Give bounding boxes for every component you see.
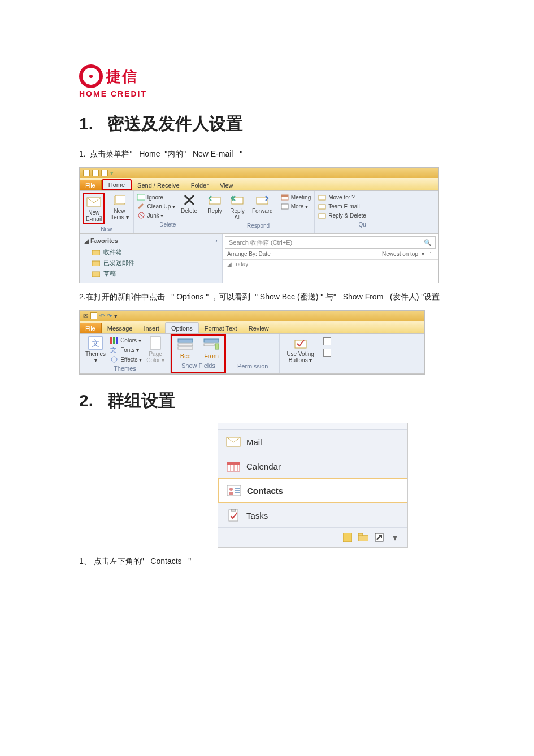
svg-rect-13 (319, 214, 325, 218)
svg-rect-9 (281, 195, 288, 197)
moveto-icon (318, 193, 326, 201)
search-icon[interactable]: 🔍 (424, 239, 432, 246)
calendar-icon (281, 193, 289, 201)
svg-rect-46 (343, 533, 352, 542)
ignore-button[interactable]: Ignore (137, 193, 175, 201)
nav-mail[interactable]: Mail (218, 429, 407, 454)
delete-x-icon (181, 193, 197, 207)
favorites-header[interactable]: ◢ Favorites‹ (84, 237, 218, 245)
svg-rect-30 (215, 344, 219, 349)
tab-send-receive[interactable]: Send / Receive (132, 180, 185, 190)
forward-button[interactable]: Forward (251, 193, 274, 214)
qat-icon (101, 170, 108, 176)
svg-rect-14 (92, 250, 100, 255)
folder-sent[interactable]: 已发送邮件 (84, 258, 218, 268)
folder-list-icon[interactable] (358, 532, 369, 542)
tab-options[interactable]: Options (165, 322, 199, 333)
nav-contacts[interactable]: Contacts (218, 478, 407, 503)
group-permission: Permission (226, 334, 280, 373)
configure-dropdown-icon[interactable]: ▾ (389, 532, 401, 542)
qat-icon (92, 170, 99, 176)
effects-icon (110, 355, 118, 363)
group-delete: Ignore Clean Up ▾ Junk ▾ Delete Delete (134, 191, 202, 233)
tab-message[interactable]: Message (102, 323, 138, 333)
tab-insert[interactable]: Insert (138, 323, 165, 333)
shortcuts-icon[interactable] (374, 532, 385, 542)
svg-rect-11 (319, 195, 325, 200)
colors-button[interactable]: Colors ▾ (110, 336, 142, 344)
tab-file[interactable]: File (80, 180, 102, 190)
svg-rect-43 (235, 492, 240, 493)
tab-format-text[interactable]: Format Text (199, 323, 243, 333)
svg-rect-26 (178, 344, 193, 346)
group-themes: 文 Themes ▾ Colors ▾ 文Fonts ▾ Effects ▾ P… (80, 334, 171, 373)
page-color-icon (147, 336, 163, 350)
page-color-button[interactable]: Page Color ▾ (145, 336, 166, 363)
more-respond-button[interactable]: More ▾ (281, 202, 311, 210)
folder-drafts[interactable]: 草稿 (84, 268, 218, 279)
nav-calendar[interactable]: Calendar (218, 454, 407, 478)
save-icon (90, 312, 97, 319)
bcc-icon (177, 338, 194, 351)
checkbox-icon[interactable] (323, 349, 331, 357)
svg-rect-2 (115, 195, 125, 203)
arrange-by[interactable]: Arrange By: Date (227, 251, 271, 257)
qat-dropdown-icon: ▾ (110, 170, 114, 177)
new-items-button[interactable]: New Items ▾ (109, 193, 129, 220)
cleanup-button[interactable]: Clean Up ▾ (137, 202, 175, 210)
meeting-button[interactable]: Meeting (281, 193, 311, 201)
voting-button[interactable]: Use Voting Buttons ▾ (285, 336, 315, 363)
junk-button[interactable]: Junk ▾ (137, 211, 175, 219)
tasks-icon (226, 509, 241, 522)
notes-icon[interactable] (342, 532, 353, 542)
group-label-respond: Respond (247, 221, 270, 230)
sort-chevron-icon[interactable]: ▾ (422, 251, 424, 257)
nav-tasks[interactable]: Tasks (218, 503, 407, 527)
new-email-button[interactable]: New E-mail (85, 195, 103, 222)
reply-icon (207, 193, 223, 207)
tab-folder[interactable]: Folder (185, 180, 214, 190)
forward-icon (254, 193, 270, 207)
svg-rect-47 (358, 535, 368, 541)
tab-file-2[interactable]: File (80, 323, 102, 333)
tab-review[interactable]: Review (243, 323, 275, 333)
sort-order[interactable]: Newest on top (382, 251, 418, 257)
search-box[interactable]: Search 收件箱 (Ctrl+E) 🔍 (225, 236, 436, 249)
svg-rect-20 (113, 337, 115, 344)
svg-rect-28 (204, 339, 219, 342)
tab-home[interactable]: Home (102, 179, 132, 190)
tab-view[interactable]: View (214, 180, 239, 190)
themes-button[interactable]: 文 Themes ▾ (84, 336, 107, 363)
checkbox-icon[interactable] (323, 337, 331, 345)
folder-icon (92, 249, 100, 256)
reply-delete-button[interactable]: Reply & Delete (318, 211, 366, 219)
group-quick-steps: Move to: ? Team E-mail Reply & Delete Qu (315, 191, 370, 233)
junk-icon (137, 211, 145, 219)
bcc-button[interactable]: Bcc (172, 337, 198, 360)
screenshot-options-ribbon: ✉ ↶ ↷ ▾ File Message Insert Options Form… (79, 310, 425, 375)
reply-all-button[interactable]: Reply All (228, 193, 246, 220)
fonts-button[interactable]: 文Fonts ▾ (110, 346, 142, 354)
folder-inbox[interactable]: 收件箱 (84, 247, 218, 258)
move-to-button[interactable]: Move to: ? (318, 193, 366, 201)
group-tracking: Use Voting Buttons ▾ (280, 334, 320, 373)
message-list: Search 收件箱 (Ctrl+E) 🔍 Arrange By: Date N… (223, 234, 438, 283)
folder-nav: ◢ Favorites‹ 收件箱 已发送邮件 草稿 (80, 234, 223, 283)
group-label-new: New (101, 225, 112, 233)
group-label-quick: Qu (359, 220, 366, 229)
fonts-icon: 文 (110, 346, 118, 354)
undo-icon: ↶ (99, 312, 105, 320)
section-2-step-1: 1、 点击左下角的" Contacts " (79, 553, 472, 569)
svg-rect-48 (358, 533, 363, 536)
arrange-bar: Arrange By: Date Newest on top▾˄ (223, 249, 438, 260)
from-button[interactable]: From (198, 337, 224, 360)
delete-button[interactable]: Delete (180, 193, 198, 214)
collapse-icon[interactable]: ‹ (215, 237, 218, 244)
effects-button[interactable]: Effects ▾ (110, 355, 142, 363)
reply-button[interactable]: Reply (206, 193, 224, 214)
team-email-button[interactable]: Team E-mail (318, 202, 366, 210)
svg-rect-19 (110, 337, 112, 344)
ignore-icon (137, 193, 145, 201)
expand-icon[interactable]: ˄ (428, 251, 433, 257)
logo-icon (79, 64, 103, 88)
